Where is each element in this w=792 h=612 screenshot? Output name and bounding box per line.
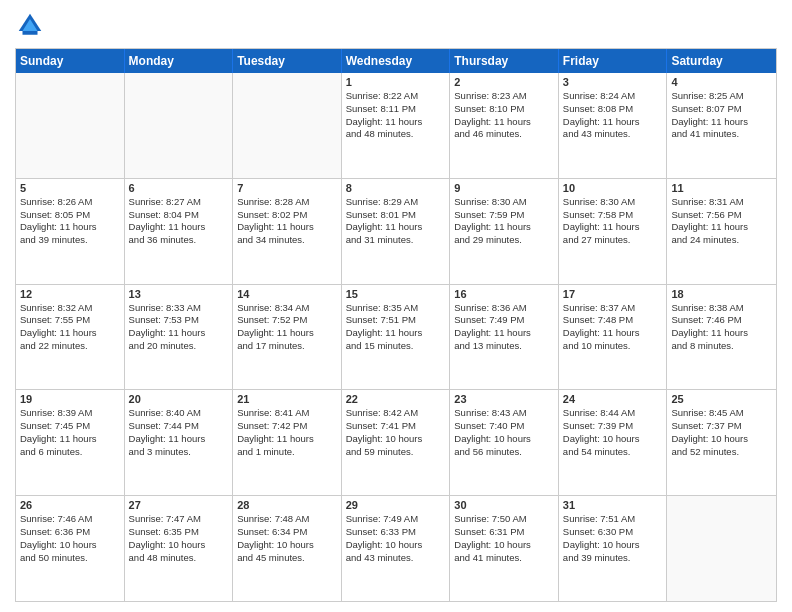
day-number: 19: [20, 393, 120, 405]
day-cell: [667, 496, 776, 601]
day-number: 14: [237, 288, 337, 300]
cell-line: Sunrise: 8:43 AM: [454, 407, 554, 420]
cell-line: and 56 minutes.: [454, 446, 554, 459]
cell-line: and 41 minutes.: [671, 128, 772, 141]
cell-line: and 20 minutes.: [129, 340, 229, 353]
week-row-3: 12Sunrise: 8:32 AMSunset: 7:55 PMDayligh…: [16, 284, 776, 390]
cell-line: Daylight: 10 hours: [346, 433, 446, 446]
day-number: 3: [563, 76, 663, 88]
day-number: 28: [237, 499, 337, 511]
day-number: 17: [563, 288, 663, 300]
cell-line: and 13 minutes.: [454, 340, 554, 353]
cell-line: Daylight: 10 hours: [454, 539, 554, 552]
cell-line: Sunset: 7:52 PM: [237, 314, 337, 327]
cell-line: Daylight: 11 hours: [129, 327, 229, 340]
cell-line: Daylight: 11 hours: [346, 327, 446, 340]
cell-line: Daylight: 11 hours: [20, 221, 120, 234]
day-cell: 6Sunrise: 8:27 AMSunset: 8:04 PMDaylight…: [125, 179, 234, 284]
cell-line: and 22 minutes.: [20, 340, 120, 353]
cell-line: Sunset: 7:49 PM: [454, 314, 554, 327]
day-cell: [125, 73, 234, 178]
cell-line: and 46 minutes.: [454, 128, 554, 141]
day-cell: 27Sunrise: 7:47 AMSunset: 6:35 PMDayligh…: [125, 496, 234, 601]
cell-line: Sunset: 8:11 PM: [346, 103, 446, 116]
day-cell: [16, 73, 125, 178]
cell-line: Sunrise: 8:26 AM: [20, 196, 120, 209]
cell-line: Sunset: 6:31 PM: [454, 526, 554, 539]
cell-line: Sunset: 7:46 PM: [671, 314, 772, 327]
calendar: SundayMondayTuesdayWednesdayThursdayFrid…: [15, 48, 777, 602]
day-cell: 24Sunrise: 8:44 AMSunset: 7:39 PMDayligh…: [559, 390, 668, 495]
cell-line: Sunrise: 8:31 AM: [671, 196, 772, 209]
cell-line: Daylight: 11 hours: [237, 221, 337, 234]
cell-line: Daylight: 10 hours: [129, 539, 229, 552]
day-cell: 9Sunrise: 8:30 AMSunset: 7:59 PMDaylight…: [450, 179, 559, 284]
cell-line: Sunrise: 8:45 AM: [671, 407, 772, 420]
cell-line: Sunset: 8:07 PM: [671, 103, 772, 116]
cell-line: Sunrise: 8:35 AM: [346, 302, 446, 315]
day-number: 1: [346, 76, 446, 88]
cell-line: and 41 minutes.: [454, 552, 554, 565]
cell-line: and 39 minutes.: [20, 234, 120, 247]
day-cell: 21Sunrise: 8:41 AMSunset: 7:42 PMDayligh…: [233, 390, 342, 495]
day-header-tuesday: Tuesday: [233, 49, 342, 73]
cell-line: Daylight: 10 hours: [20, 539, 120, 552]
cell-line: Sunrise: 7:47 AM: [129, 513, 229, 526]
day-cell: 4Sunrise: 8:25 AMSunset: 8:07 PMDaylight…: [667, 73, 776, 178]
cell-line: Sunset: 6:30 PM: [563, 526, 663, 539]
day-header-wednesday: Wednesday: [342, 49, 451, 73]
cell-line: and 24 minutes.: [671, 234, 772, 247]
day-number: 15: [346, 288, 446, 300]
day-cell: 3Sunrise: 8:24 AMSunset: 8:08 PMDaylight…: [559, 73, 668, 178]
cell-line: Sunset: 8:04 PM: [129, 209, 229, 222]
cell-line: Daylight: 11 hours: [237, 433, 337, 446]
cell-line: Sunset: 6:33 PM: [346, 526, 446, 539]
day-cell: 29Sunrise: 7:49 AMSunset: 6:33 PMDayligh…: [342, 496, 451, 601]
cell-line: Sunset: 8:02 PM: [237, 209, 337, 222]
cell-line: Sunrise: 8:24 AM: [563, 90, 663, 103]
cell-line: Sunrise: 8:41 AM: [237, 407, 337, 420]
day-cell: 8Sunrise: 8:29 AMSunset: 8:01 PMDaylight…: [342, 179, 451, 284]
cell-line: Sunset: 8:01 PM: [346, 209, 446, 222]
cell-line: Daylight: 11 hours: [563, 116, 663, 129]
day-number: 25: [671, 393, 772, 405]
day-cell: 16Sunrise: 8:36 AMSunset: 7:49 PMDayligh…: [450, 285, 559, 390]
cell-line: Sunrise: 8:39 AM: [20, 407, 120, 420]
header: [15, 10, 777, 40]
day-cell: 20Sunrise: 8:40 AMSunset: 7:44 PMDayligh…: [125, 390, 234, 495]
week-row-4: 19Sunrise: 8:39 AMSunset: 7:45 PMDayligh…: [16, 389, 776, 495]
day-cell: 11Sunrise: 8:31 AMSunset: 7:56 PMDayligh…: [667, 179, 776, 284]
day-number: 16: [454, 288, 554, 300]
cell-line: Sunset: 7:55 PM: [20, 314, 120, 327]
cell-line: Daylight: 10 hours: [563, 433, 663, 446]
cell-line: Daylight: 11 hours: [237, 327, 337, 340]
day-cell: 31Sunrise: 7:51 AMSunset: 6:30 PMDayligh…: [559, 496, 668, 601]
cell-line: Sunrise: 8:34 AM: [237, 302, 337, 315]
day-cell: 26Sunrise: 7:46 AMSunset: 6:36 PMDayligh…: [16, 496, 125, 601]
day-header-friday: Friday: [559, 49, 668, 73]
cell-line: Sunrise: 8:22 AM: [346, 90, 446, 103]
cell-line: Sunrise: 7:48 AM: [237, 513, 337, 526]
cell-line: and 48 minutes.: [346, 128, 446, 141]
cell-line: Sunrise: 8:36 AM: [454, 302, 554, 315]
cell-line: Sunset: 7:48 PM: [563, 314, 663, 327]
day-cell: 30Sunrise: 7:50 AMSunset: 6:31 PMDayligh…: [450, 496, 559, 601]
cell-line: Daylight: 10 hours: [237, 539, 337, 552]
day-number: 12: [20, 288, 120, 300]
cell-line: Sunrise: 8:33 AM: [129, 302, 229, 315]
cell-line: Sunrise: 8:38 AM: [671, 302, 772, 315]
cell-line: Daylight: 11 hours: [346, 221, 446, 234]
cell-line: and 31 minutes.: [346, 234, 446, 247]
cell-line: Sunrise: 8:29 AM: [346, 196, 446, 209]
cell-line: Daylight: 11 hours: [454, 327, 554, 340]
cell-line: and 34 minutes.: [237, 234, 337, 247]
day-number: 8: [346, 182, 446, 194]
day-cell: 1Sunrise: 8:22 AMSunset: 8:11 PMDaylight…: [342, 73, 451, 178]
day-headers: SundayMondayTuesdayWednesdayThursdayFrid…: [16, 49, 776, 73]
cell-line: Sunset: 8:08 PM: [563, 103, 663, 116]
cell-line: and 10 minutes.: [563, 340, 663, 353]
cell-line: Sunset: 7:45 PM: [20, 420, 120, 433]
cell-line: Sunset: 7:59 PM: [454, 209, 554, 222]
day-number: 27: [129, 499, 229, 511]
cell-line: Daylight: 11 hours: [563, 221, 663, 234]
